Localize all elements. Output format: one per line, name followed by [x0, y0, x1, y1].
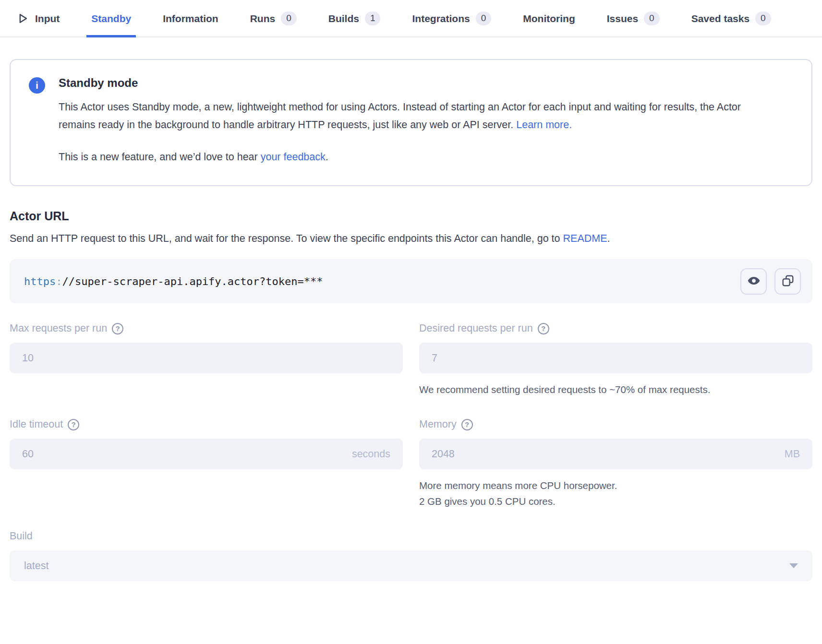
standby-mode-notice: i Standby mode This Actor uses Standby m… [10, 59, 812, 186]
tab-builds[interactable]: Builds 1 [324, 0, 386, 37]
tab-integrations[interactable]: Integrations 0 [407, 0, 496, 37]
readme-link[interactable]: README [563, 233, 607, 244]
question-icon[interactable]: ? [112, 323, 123, 334]
notice-title: Standby mode [59, 76, 783, 90]
memory-input[interactable] [419, 439, 812, 469]
tab-label: Runs [250, 13, 276, 24]
chevron-down-icon [789, 563, 798, 568]
notice-body-text: This Actor uses Standby mode, a new, lig… [59, 101, 741, 131]
desired-requests-label-text: Desired requests per run [419, 322, 533, 334]
readme-period: . [607, 233, 610, 244]
notice-feedback-text: This is a new feature, and we’d love to … [59, 151, 258, 163]
url-path: //super-scraper-api.apify.actor?token=**… [62, 275, 323, 287]
idle-timeout-input[interactable] [10, 439, 403, 469]
tab-label: Issues [607, 13, 638, 24]
tab-standby[interactable]: Standby [86, 0, 136, 37]
idle-timeout-label-text: Idle timeout [10, 418, 63, 430]
url-action-buttons [740, 268, 801, 295]
notice-paragraph-1: This Actor uses Standby mode, a new, lig… [59, 98, 769, 134]
notice-paragraph-2: This is a new feature, and we’d love to … [59, 148, 769, 166]
tab-monitoring[interactable]: Monitoring [518, 0, 580, 37]
feedback-link[interactable]: your feedback [261, 151, 326, 163]
tab-label: Integrations [412, 13, 470, 24]
info-icon: i [29, 77, 45, 94]
actor-url-heading: Actor URL [10, 209, 812, 223]
standby-settings-form: Max requests per run ? Desired requests … [10, 322, 812, 509]
builds-count-badge: 1 [365, 12, 381, 25]
url-colon: : [56, 275, 62, 287]
build-selected-value: latest [24, 560, 48, 572]
question-icon[interactable]: ? [68, 419, 79, 430]
tab-label: Information [163, 13, 218, 24]
actor-url-section: Actor URL Send an HTTP request to this U… [10, 209, 812, 303]
max-requests-input[interactable] [10, 343, 403, 373]
desired-requests-field-group: Desired requests per run ? We recommend … [419, 322, 812, 397]
idle-timeout-field-group: Idle timeout ? seconds [10, 418, 403, 509]
saved-tasks-count-badge: 0 [755, 12, 771, 25]
max-requests-field-group: Max requests per run ? [10, 322, 403, 397]
tab-label: Standby [91, 13, 131, 24]
url-scheme: https [24, 275, 56, 287]
eye-icon [747, 274, 761, 289]
runs-count-badge: 0 [281, 12, 297, 25]
max-requests-label-text: Max requests per run [10, 322, 107, 334]
desired-requests-input[interactable] [419, 343, 812, 373]
build-label: Build [10, 530, 812, 542]
memory-help: More memory means more CPU horsepower. 2… [419, 477, 812, 509]
tab-input[interactable]: Input [12, 0, 64, 37]
tab-issues[interactable]: Issues 0 [602, 0, 665, 37]
memory-help-line-2: 2 GB gives you 0.5 CPU cores. [419, 493, 812, 509]
learn-more-link[interactable]: Learn more. [516, 119, 572, 131]
copy-icon [781, 274, 795, 289]
question-icon[interactable]: ? [461, 419, 473, 430]
tab-label: Builds [328, 13, 359, 24]
actor-url-description-text: Send an HTTP request to this URL, and wa… [10, 233, 560, 244]
question-icon[interactable]: ? [538, 323, 549, 334]
idle-timeout-label: Idle timeout ? [10, 418, 403, 430]
notice-period: . [326, 151, 328, 163]
integrations-count-badge: 0 [476, 12, 492, 25]
actor-tab-bar: Input Standby Information Runs 0 Builds … [0, 0, 822, 37]
reveal-token-button[interactable] [740, 268, 767, 295]
desired-requests-label: Desired requests per run ? [419, 322, 812, 334]
build-select[interactable]: latest [10, 550, 812, 581]
memory-label: Memory ? [419, 418, 812, 430]
build-label-text: Build [10, 530, 33, 542]
tab-label: Input [35, 13, 60, 24]
build-field-group: Build latest [10, 530, 812, 581]
tab-label: Monitoring [523, 13, 575, 24]
actor-url-description: Send an HTTP request to this URL, and wa… [10, 230, 775, 248]
max-requests-label: Max requests per run ? [10, 322, 403, 334]
tab-label: Saved tasks [691, 13, 749, 24]
tab-saved-tasks[interactable]: Saved tasks 0 [687, 0, 776, 37]
actor-url-value: https://super-scraper-api.apify.actor?to… [24, 275, 323, 287]
copy-url-button[interactable] [774, 268, 801, 295]
issues-count-badge: 0 [644, 12, 660, 25]
desired-requests-help: We recommend setting desired requests to… [419, 382, 812, 397]
tab-runs[interactable]: Runs 0 [245, 0, 302, 37]
memory-field-group: Memory ? MB More memory means more CPU h… [419, 418, 812, 509]
memory-label-text: Memory [419, 418, 457, 430]
play-icon [16, 12, 29, 25]
tab-information[interactable]: Information [158, 0, 223, 37]
memory-help-line-1: More memory means more CPU horsepower. [419, 477, 812, 493]
actor-url-field: https://super-scraper-api.apify.actor?to… [10, 259, 812, 303]
